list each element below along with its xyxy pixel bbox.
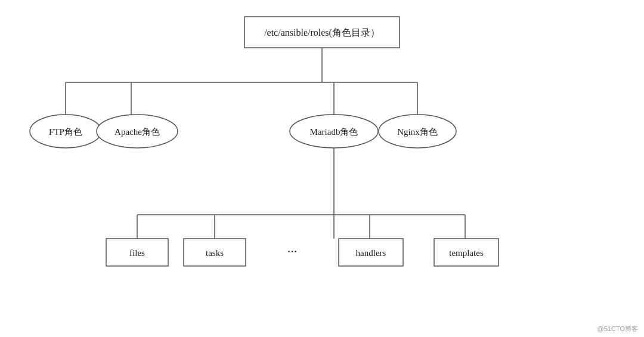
subdir-handlers-label: handlers [356,248,386,258]
ellipsis-label: ··· [287,244,298,259]
diagram-container: /etc/ansible/roles(角色目录） FTP角色 Apache角色 … [0,0,644,337]
role-nginx-label: Nginx角色 [397,127,438,137]
role-apache-label: Apache角色 [114,127,160,137]
root-node-label: /etc/ansible/roles(角色目录） [264,27,380,38]
tree-diagram: /etc/ansible/roles(角色目录） FTP角色 Apache角色 … [0,0,644,337]
role-mariadb-label: Mariadb角色 [310,127,358,137]
role-ftp-label: FTP角色 [49,127,82,137]
watermark: @51CTO博客 [597,324,638,333]
subdir-tasks-label: tasks [206,248,224,258]
subdir-templates-label: templates [449,248,484,258]
subdir-files-label: files [129,248,145,258]
